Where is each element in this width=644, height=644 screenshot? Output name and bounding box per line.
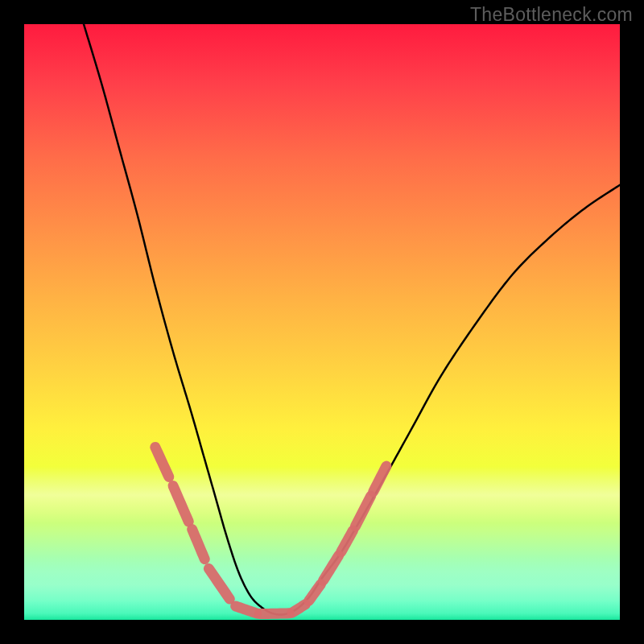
watermark-text: TheBottleneck.com bbox=[470, 4, 633, 26]
overlay-segment bbox=[236, 606, 257, 613]
overlay-segment bbox=[192, 530, 205, 559]
chart-svg bbox=[24, 24, 620, 620]
overlay-segment bbox=[155, 447, 169, 477]
overlay-segment bbox=[259, 613, 289, 614]
overlay-segment bbox=[323, 555, 338, 580]
overlay-segment bbox=[309, 584, 321, 601]
overlay-segment bbox=[208, 568, 229, 599]
overlay-segment bbox=[341, 530, 353, 552]
chart-frame: TheBottleneck.com bbox=[0, 0, 644, 644]
overlay-segment bbox=[173, 486, 188, 522]
plot-area bbox=[24, 24, 620, 620]
overlay-segment bbox=[355, 496, 370, 526]
overlay-segment bbox=[292, 605, 305, 613]
overlay-segment bbox=[374, 466, 386, 492]
